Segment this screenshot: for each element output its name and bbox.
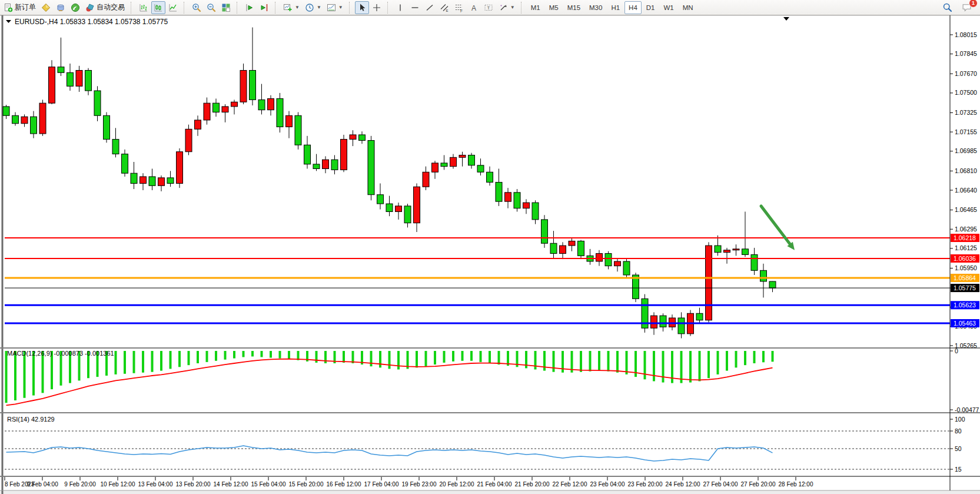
x-axis-label: 27 Feb 20:00 xyxy=(741,481,776,488)
timeframe-m5-button[interactable]: M5 xyxy=(545,1,563,14)
chart-template-button[interactable]: ▼ xyxy=(324,1,346,14)
toolbar-separator xyxy=(131,2,134,14)
line-chart-button[interactable] xyxy=(166,1,180,14)
timeframe-w1-button[interactable]: W1 xyxy=(660,1,678,14)
auto-trading-button[interactable]: 自动交易 xyxy=(83,1,127,14)
period-clock-button[interactable]: ▼ xyxy=(303,1,324,14)
timeframe-m30-button[interactable]: M30 xyxy=(585,1,606,14)
chat-button[interactable]: 1 xyxy=(959,1,974,14)
timeframe-label: MN xyxy=(683,4,693,11)
cursor-button[interactable] xyxy=(355,1,369,14)
candle-body xyxy=(149,177,155,185)
market-watch-icon xyxy=(41,3,51,12)
x-axis-label: 13 Feb 04:00 xyxy=(138,481,173,488)
toolbar-separator xyxy=(349,2,353,14)
price-badge-label: 1.05864 xyxy=(954,274,976,281)
equidistant-channel-button[interactable]: E xyxy=(437,1,451,14)
y-axis-tick-label: 1.06985 xyxy=(955,147,977,154)
market-watch-button[interactable] xyxy=(39,1,53,14)
candle-body xyxy=(359,135,366,141)
candle-body xyxy=(112,140,119,154)
candle-body xyxy=(49,67,55,103)
candle-body xyxy=(450,157,457,166)
bar-chart-button[interactable] xyxy=(137,1,151,14)
add-indicator-icon xyxy=(283,3,293,12)
navigator-button[interactable] xyxy=(54,1,68,14)
tile-windows-button[interactable] xyxy=(219,1,233,14)
candle-body xyxy=(651,316,657,328)
candle-body xyxy=(58,67,64,73)
candle-body xyxy=(477,165,484,173)
chevron-down-icon: ▼ xyxy=(295,5,300,10)
timeframe-d1-button[interactable]: D1 xyxy=(642,1,659,14)
candle-body xyxy=(323,160,329,168)
candle-body xyxy=(204,103,210,120)
candle-body xyxy=(706,246,712,320)
text-label-icon: T xyxy=(484,3,493,12)
candle-body xyxy=(21,117,28,124)
toolbar-separator xyxy=(387,2,391,14)
toolbar: 新订单 自动交易 ▼ ▼ xyxy=(0,0,980,15)
y-axis-tick-label: 1.07325 xyxy=(955,109,977,116)
candle-body xyxy=(550,243,557,253)
candle-body xyxy=(532,203,539,220)
auto-scroll-button[interactable] xyxy=(242,1,257,14)
x-axis-label: 9 Feb 04:00 xyxy=(26,481,58,488)
macd-label: MACD(12,26,9) -0.000873 -0.001361 xyxy=(7,350,114,357)
x-axis-label: 27 Feb 04:00 xyxy=(703,481,738,488)
search-icon xyxy=(942,2,952,12)
timeframe-h1-button[interactable]: H1 xyxy=(607,1,624,14)
auto-trading-icon xyxy=(85,3,95,12)
candle-body xyxy=(231,102,238,107)
timeframe-h4-button[interactable]: H4 xyxy=(624,1,642,14)
svg-text:T: T xyxy=(487,5,490,11)
navigator-icon xyxy=(56,3,65,12)
candle-body xyxy=(331,160,338,170)
equidistant-channel-icon: E xyxy=(440,3,449,12)
auto-trading-label: 自动交易 xyxy=(97,2,125,12)
candle-body xyxy=(250,70,256,100)
arrows-icon xyxy=(499,3,508,12)
y-axis-tick-label: 1.06295 xyxy=(955,226,977,233)
arrows-button[interactable]: ▼ xyxy=(496,1,517,14)
horizontal-line-button[interactable] xyxy=(408,1,422,14)
crosshair-button[interactable] xyxy=(370,1,384,14)
vertical-line-icon xyxy=(396,3,405,12)
signals-button[interactable] xyxy=(68,1,82,14)
candle-body xyxy=(222,107,228,112)
y-axis-tick-label: 1.06125 xyxy=(955,244,977,251)
toolbar-right: 1 xyxy=(940,1,976,14)
chart-shift-button[interactable] xyxy=(257,1,271,14)
fibonacci-button[interactable]: F xyxy=(452,1,466,14)
trendline-button[interactable] xyxy=(423,1,437,14)
candle-body xyxy=(760,270,767,281)
candle-body xyxy=(386,204,393,211)
candlestick-chart-button[interactable] xyxy=(151,1,165,14)
candle-body xyxy=(614,261,621,266)
candle-body xyxy=(140,177,147,184)
price-badge-label: 1.05775 xyxy=(954,284,976,291)
rsi-axis-label: 80 xyxy=(955,427,962,435)
text-label-button[interactable]: T xyxy=(481,1,496,14)
zoom-out-button[interactable] xyxy=(204,1,218,14)
candle-body xyxy=(185,129,192,151)
candle-body xyxy=(377,195,384,204)
add-indicator-button[interactable]: ▼ xyxy=(281,1,302,14)
vertical-line-button[interactable] xyxy=(393,1,407,14)
chart-title: EURUSD-,H4 1.05833 1.05834 1.05738 1.057… xyxy=(15,18,168,26)
text-button[interactable]: A xyxy=(467,1,481,14)
timeframe-m15-button[interactable]: M15 xyxy=(563,1,584,14)
candle-body xyxy=(213,103,220,112)
timeframe-m1-button[interactable]: M1 xyxy=(527,1,544,14)
candle-body xyxy=(715,246,721,253)
timeframe-label: M1 xyxy=(531,4,540,11)
y-axis-tick-label: 1.07670 xyxy=(955,70,977,77)
timeframe-mn-button[interactable]: MN xyxy=(679,1,697,14)
candle-body xyxy=(432,163,438,172)
y-axis-tick-label: 1.07845 xyxy=(955,50,977,57)
candle-body xyxy=(76,70,82,86)
new-order-button[interactable]: 新订单 xyxy=(1,1,38,14)
chart-area[interactable]: 1.080151.078451.076701.075001.073251.071… xyxy=(0,0,980,494)
search-button[interactable] xyxy=(940,1,955,14)
zoom-in-button[interactable] xyxy=(190,1,204,14)
